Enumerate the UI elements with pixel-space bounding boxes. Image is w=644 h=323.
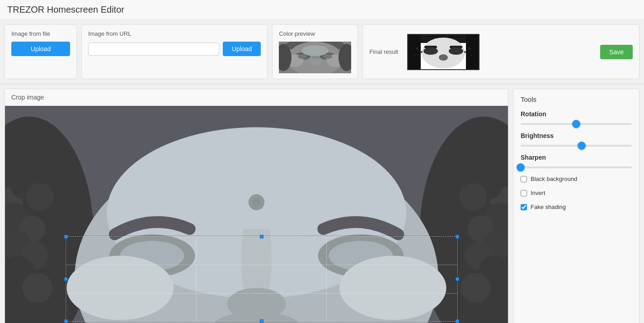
rotation-label: Rotation	[521, 110, 632, 118]
final-result-svg	[408, 35, 479, 69]
image-from-url-title: Image from URL	[88, 30, 261, 37]
svg-rect-33	[456, 36, 461, 38]
svg-rect-30	[426, 36, 433, 37]
svg-point-12	[298, 54, 307, 59]
rotation-section: Rotation	[521, 110, 632, 125]
svg-point-13	[323, 54, 332, 59]
brightness-label: Brightness	[521, 132, 632, 139]
svg-rect-16	[408, 35, 421, 69]
svg-rect-32	[448, 36, 455, 37]
color-preview-title: Color preview	[279, 30, 351, 37]
svg-point-27	[469, 48, 470, 49]
brightness-slider-thumb[interactable]	[578, 142, 586, 150]
url-input[interactable]	[88, 43, 219, 56]
final-result-panel: Final result	[362, 24, 639, 79]
thirds-line-v1	[196, 237, 197, 321]
brightness-slider-fill	[521, 145, 582, 147]
rotation-slider-track	[521, 123, 632, 125]
fake-shading-checkbox[interactable]	[521, 204, 527, 210]
svg-point-25	[421, 51, 423, 53]
fake-shading-row: Fake shading	[521, 204, 632, 210]
main-area: Crop image	[0, 84, 644, 323]
top-panels: Image from file Upload Image from URL Up…	[0, 20, 644, 84]
thirds-line-v2	[326, 237, 327, 321]
svg-point-24	[416, 48, 418, 49]
tools-title: Tools	[521, 95, 632, 103]
svg-point-22	[449, 48, 463, 55]
tools-panel: Tools Rotation Brightness Sharpen	[513, 89, 639, 323]
brightness-slider-track	[521, 145, 632, 147]
svg-point-29	[470, 54, 472, 56]
color-preview-panel: Color preview	[272, 24, 358, 79]
crop-panel: Crop image	[5, 89, 508, 323]
svg-point-28	[464, 51, 466, 53]
final-result-title: Final result	[369, 48, 398, 55]
app-header: TREZOR Homescreen Editor	[0, 0, 644, 20]
svg-point-39	[26, 183, 54, 211]
url-row: Upload	[88, 42, 261, 56]
color-preview-svg	[279, 42, 351, 73]
black-background-row: Black background	[521, 176, 632, 182]
svg-point-48	[459, 183, 487, 211]
thirds-line-h1	[66, 265, 457, 265]
upload-file-button[interactable]: Upload	[11, 42, 70, 56]
invert-label[interactable]: Invert	[531, 190, 545, 196]
upload-url-button[interactable]: Upload	[223, 42, 261, 56]
invert-row: Invert	[521, 190, 632, 196]
rotation-slider-fill	[521, 123, 576, 125]
crop-handle-mr[interactable]	[456, 277, 459, 281]
svg-point-54	[461, 273, 491, 303]
crop-handle-ml[interactable]	[64, 277, 68, 281]
svg-point-9	[301, 45, 329, 56]
svg-point-63	[252, 198, 261, 207]
fake-shading-label[interactable]: Fake shading	[531, 204, 566, 210]
final-result-image	[407, 34, 479, 70]
svg-rect-31	[436, 35, 445, 37]
svg-point-26	[414, 54, 416, 56]
svg-point-45	[22, 273, 52, 303]
crop-area[interactable]	[5, 106, 508, 323]
svg-point-21	[423, 48, 438, 55]
black-background-checkbox[interactable]	[521, 176, 527, 182]
sharpen-slider-track	[521, 166, 632, 168]
rotation-slider-thumb[interactable]	[572, 120, 580, 128]
svg-point-23	[439, 54, 448, 61]
black-background-label[interactable]: Black background	[531, 176, 577, 182]
crop-title: Crop image	[5, 89, 508, 106]
sharpen-slider-thumb[interactable]	[517, 163, 525, 171]
crop-handle-bc[interactable]	[260, 319, 263, 323]
save-button[interactable]: Save	[600, 45, 633, 59]
app-title: TREZOR Homescreen Editor	[7, 5, 637, 15]
crop-handle-tc[interactable]	[260, 235, 263, 238]
color-preview-image	[279, 42, 351, 73]
image-from-url-panel: Image from URL Upload	[81, 24, 268, 79]
sharpen-section: Sharpen	[521, 154, 632, 168]
brightness-section: Brightness	[521, 132, 632, 147]
crop-selection-box[interactable]	[66, 236, 458, 322]
crop-handle-tl[interactable]	[64, 235, 68, 238]
sharpen-label: Sharpen	[521, 154, 632, 161]
svg-rect-17	[466, 35, 479, 69]
crop-handle-bl[interactable]	[64, 319, 68, 323]
crop-handle-tr[interactable]	[456, 235, 459, 238]
crop-handle-br[interactable]	[456, 319, 459, 323]
thirds-line-h2	[66, 293, 457, 294]
image-from-file-panel: Image from file Upload	[5, 24, 77, 79]
invert-checkbox[interactable]	[521, 190, 527, 196]
svg-point-6	[309, 58, 321, 66]
image-from-file-title: Image from file	[11, 30, 70, 37]
